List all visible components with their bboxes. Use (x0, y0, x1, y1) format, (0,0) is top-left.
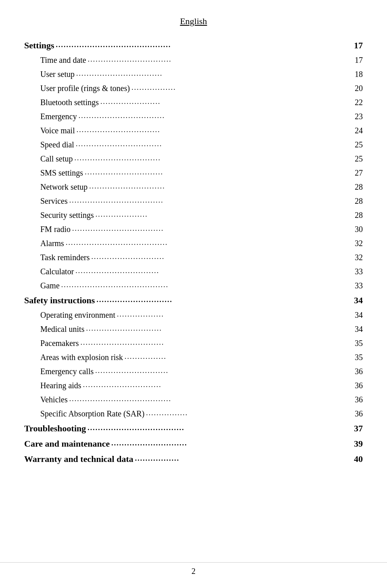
toc-title-user-setup: User setup (40, 68, 75, 81)
toc-title-safety-instructions: Safety instructions (24, 294, 95, 307)
toc-page-security-settings: 28 (355, 209, 363, 222)
toc-page-areas-explosion-risk: 35 (355, 351, 363, 364)
toc-page-game: 33 (355, 280, 363, 292)
toc-entry-bluetooth-settings: Bluetooth settings22 (24, 96, 363, 109)
toc-page-call-setup: 25 (355, 153, 363, 165)
toc-page-warranty: 40 (354, 452, 363, 466)
toc-page-emergency-calls: 36 (355, 365, 363, 378)
toc-entry-sar: Specific Absorption Rate (SAR)36 (24, 408, 363, 420)
toc-dots-network-setup (89, 180, 353, 192)
toc-entry-hearing-aids: Hearing aids36 (24, 379, 363, 392)
toc-entry-medical-units: Medical units34 (24, 323, 363, 335)
toc-entry-operating-environment: Operating environment34 (24, 309, 363, 321)
toc-title-calculator: Calculator (40, 265, 74, 278)
page-number: 2 (191, 567, 196, 576)
toc-title-settings: Settings (24, 39, 54, 52)
toc-entry-network-setup: Network setup28 (24, 181, 363, 193)
toc-entry-areas-explosion-risk: Areas with explosion risk35 (24, 351, 363, 364)
toc-title-bluetooth-settings: Bluetooth settings (40, 96, 99, 109)
toc-entry-security-settings: Security settings28 (24, 209, 363, 222)
toc-dots-services (69, 194, 353, 206)
toc-page-medical-units: 34 (355, 323, 363, 335)
toc-title-services: Services (40, 195, 68, 207)
toc-title-emergency-calls: Emergency calls (40, 365, 94, 378)
page-header: English (24, 16, 363, 27)
toc-title-fm-radio: FM radio (40, 223, 71, 236)
toc-dots-safety-instructions (96, 292, 352, 306)
toc-title-speed-dial: Speed dial (40, 139, 74, 151)
toc-page-emergency: 23 (355, 110, 363, 123)
toc-page-sar: 36 (355, 408, 363, 420)
toc-entry-user-setup: User setup18 (24, 68, 363, 81)
toc-dots-sar (146, 406, 353, 419)
toc-page-fm-radio: 30 (355, 223, 363, 236)
toc-entry-calculator: Calculator33 (24, 265, 363, 278)
toc-page-bluetooth-settings: 22 (355, 96, 363, 109)
toc-dots-emergency-calls (95, 364, 353, 377)
toc-entry-warranty: Warranty and technical data40 (24, 452, 363, 466)
toc-entry-fm-radio: FM radio30 (24, 223, 363, 236)
toc-dots-user-setup (76, 67, 353, 79)
toc-dots-emergency (79, 109, 353, 122)
toc-dots-speed-dial (76, 137, 353, 150)
toc-dots-call-setup (75, 151, 353, 164)
toc-page-safety-instructions: 34 (354, 294, 363, 307)
toc-title-areas-explosion-risk: Areas with explosion risk (40, 351, 123, 364)
toc-page-alarms: 32 (355, 237, 363, 250)
toc-dots-security-settings (96, 208, 353, 220)
toc-dots-calculator (75, 264, 353, 277)
toc-page-services: 28 (355, 195, 363, 207)
toc-dots-fm-radio (72, 222, 353, 234)
toc-dots-sms-settings (85, 166, 353, 178)
toc-entry-pacemakers: Pacemakers35 (24, 337, 363, 350)
toc-title-hearing-aids: Hearing aids (40, 379, 81, 392)
toc-entry-speed-dial: Speed dial25 (24, 139, 363, 151)
toc-page-time-and-date: 17 (355, 54, 363, 66)
page-footer: 2 (0, 562, 387, 576)
toc-title-medical-units: Medical units (40, 323, 84, 335)
toc-dots-vehicles (69, 392, 353, 405)
toc-dots-troubleshooting (87, 420, 352, 434)
toc-title-time-and-date: Time and date (40, 54, 86, 66)
toc-entry-voice-mail: Voice mail24 (24, 124, 363, 137)
toc-dots-task-reminders (91, 250, 353, 263)
toc-entry-emergency-calls: Emergency calls36 (24, 365, 363, 378)
toc-title-voice-mail: Voice mail (40, 124, 75, 137)
toc-entry-vehicles: Vehicles36 (24, 393, 363, 406)
toc-page-troubleshooting: 37 (354, 422, 363, 435)
toc-entry-care-and-maintenance: Care and maintenance39 (24, 437, 363, 451)
toc-title-call-setup: Call setup (40, 153, 73, 165)
toc-dots-bluetooth-settings (100, 95, 353, 108)
toc-title-care-and-maintenance: Care and maintenance (24, 437, 110, 451)
toc-entry-alarms: Alarms32 (24, 237, 363, 250)
toc-dots-user-profile (131, 81, 353, 93)
toc-dots-areas-explosion-risk (125, 350, 353, 362)
toc-title-network-setup: Network setup (40, 181, 87, 193)
toc-title-security-settings: Security settings (40, 209, 94, 222)
toc-title-pacemakers: Pacemakers (40, 337, 79, 350)
toc-dots-voice-mail (77, 123, 353, 136)
toc-title-alarms: Alarms (40, 237, 64, 250)
toc-title-operating-environment: Operating environment (40, 309, 115, 321)
toc-dots-game (61, 278, 353, 291)
toc-page-sms-settings: 27 (355, 167, 363, 179)
toc-dots-time-and-date (88, 53, 353, 65)
toc-entry-time-and-date: Time and date17 (24, 54, 363, 66)
toc-entry-task-reminders: Task reminders32 (24, 251, 363, 264)
toc-page-speed-dial: 25 (355, 139, 363, 151)
toc-page-user-profile: 20 (355, 82, 363, 95)
toc-entry-sms-settings: SMS settings27 (24, 167, 363, 179)
toc-title-game: Game (40, 280, 60, 292)
toc-title-task-reminders: Task reminders (40, 251, 89, 264)
toc-entry-user-profile: User profile (rings & tones)20 (24, 82, 363, 95)
toc-page-network-setup: 28 (355, 181, 363, 193)
toc-entry-services: Services28 (24, 195, 363, 207)
toc-page-settings: 17 (354, 39, 363, 52)
toc-page-user-setup: 18 (355, 68, 363, 81)
toc-page-voice-mail: 24 (355, 124, 363, 137)
toc-dots-warranty (135, 451, 352, 465)
toc-page-hearing-aids: 36 (355, 379, 363, 392)
toc-entry-emergency: Emergency23 (24, 110, 363, 123)
toc-page-calculator: 33 (355, 265, 363, 278)
toc-dots-care-and-maintenance (111, 436, 352, 449)
